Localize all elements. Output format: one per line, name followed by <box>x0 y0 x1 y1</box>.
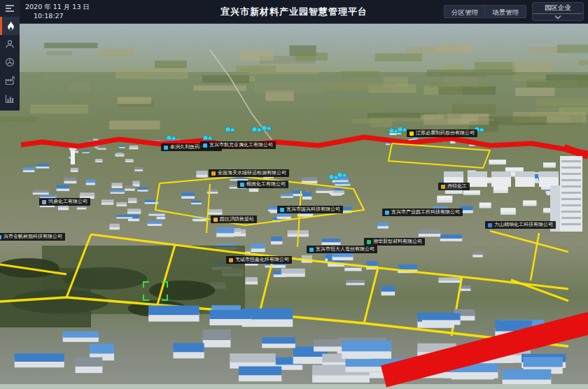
company-marker-icon <box>229 258 233 262</box>
company-marker-icon <box>488 223 492 227</box>
map-labels-layer: 泰润久利医药有限公司 宜兴市凯元金属化工有限公司 全国海关水陆联运检测有限公司 … <box>0 23 588 389</box>
map-label[interactable]: 横固化工有限公司 <box>237 181 288 188</box>
company-marker-icon <box>385 211 389 215</box>
map-label-text: 江苏必康制药股份有限公司 <box>416 131 475 136</box>
map-label[interactable]: 鸿鼎化工有限公司 <box>39 198 90 206</box>
map-label[interactable]: 宜兴市恒大人造丝有限公司 <box>307 246 377 253</box>
company-marker-icon <box>441 185 445 189</box>
flame-icon <box>6 21 15 31</box>
sidebar-item-monitoring[interactable] <box>0 53 20 71</box>
company-marker-icon <box>42 200 46 204</box>
sidebar-item-statistics[interactable] <box>0 90 20 108</box>
company-marker-icon <box>0 235 1 239</box>
company-marker-icon <box>280 208 284 212</box>
company-marker-icon <box>240 183 244 187</box>
map-label[interactable]: 江苏必康制药股份有限公司 <box>407 129 477 137</box>
map-label-text: 丹特化工 <box>447 184 467 189</box>
map-label-text: 兴市金帆树脂科技有限公司 <box>4 234 62 239</box>
dropdown-label: 园区企业 <box>533 3 583 14</box>
scene-management-button[interactable]: 场景管理 <box>484 5 526 18</box>
map-label-text: 园区消防救援站 <box>220 217 254 222</box>
map-label-text: 力山精细化工科技有限公司 <box>494 222 553 227</box>
map-label-text: 全国海关水陆联运检测有限公司 <box>218 171 286 176</box>
map-label-text: 横固化工有限公司 <box>246 182 286 187</box>
menu-icon <box>5 4 15 13</box>
map-label[interactable]: 兴市金帆树脂科技有限公司 <box>0 233 65 241</box>
map-label[interactable]: 力山精细化工科技有限公司 <box>485 221 556 229</box>
user-icon <box>5 39 15 49</box>
map-label-text: 宜兴市国兴科技有限公司 <box>286 207 340 212</box>
map-viewport[interactable]: 泰润久利医药有限公司 宜兴市凯元金属化工有限公司 全国海关水陆联运检测有限公司 … <box>0 23 588 389</box>
company-marker-icon <box>367 240 371 244</box>
map-label[interactable]: 无锡市恒鑫化纤有限公司 <box>226 256 292 264</box>
sidebar-item-menu[interactable] <box>0 0 20 17</box>
sidebar-item-fire[interactable] <box>0 17 20 35</box>
left-toolbar <box>0 0 20 111</box>
map-label[interactable]: 全国海关水陆联运检测有限公司 <box>209 169 289 177</box>
map-label-text: 鸿鼎化工有限公司 <box>48 199 88 204</box>
map-label[interactable]: 丹特化工 <box>438 183 470 190</box>
sidebar-item-personnel[interactable] <box>0 35 20 53</box>
park-enterprises-dropdown[interactable]: 园区企业 <box>532 2 584 21</box>
map-label[interactable]: 潮华新型材料有限公司 <box>364 238 425 246</box>
company-marker-icon <box>164 146 168 150</box>
factory-icon <box>5 76 15 85</box>
company-marker-icon <box>211 171 216 176</box>
company-marker-icon <box>214 218 218 222</box>
gauge-icon <box>5 57 15 67</box>
map-label-text: 无锡市恒鑫化纤有限公司 <box>235 257 289 262</box>
map-label-text: 宜兴市恒大人造丝有限公司 <box>316 247 374 252</box>
map-label[interactable]: 宜兴市产业园工程科技有限公司 <box>382 208 463 216</box>
app-window: 泰润久利医药有限公司 宜兴市凯元金属化工有限公司 全国海关水陆联运检测有限公司 … <box>0 0 588 389</box>
map-label-text: 宜兴市凯元金属化工有限公司 <box>209 143 273 148</box>
company-marker-icon <box>410 132 414 136</box>
company-marker-icon <box>309 248 314 252</box>
map-label-text: 潮华新型材料有限公司 <box>373 239 422 244</box>
sidebar-item-enterprises[interactable] <box>0 71 20 90</box>
chevron-down-icon <box>554 15 562 20</box>
company-marker-icon <box>203 143 207 148</box>
map-label[interactable]: 宜兴市国兴科技有限公司 <box>277 206 343 213</box>
zone-management-button[interactable]: 分区管理 <box>444 5 486 18</box>
map-label[interactable]: 宜兴市凯元金属化工有限公司 <box>200 141 276 149</box>
bar-chart-icon <box>5 94 15 104</box>
map-label[interactable]: 园区消防救援站 <box>211 215 257 223</box>
top-bar: 2020 年 11 月 13 日 10:18:27 宜兴市新材料产业园智慧管理平… <box>0 0 588 24</box>
map-label-text: 宜兴市产业园工程科技有限公司 <box>391 210 460 215</box>
